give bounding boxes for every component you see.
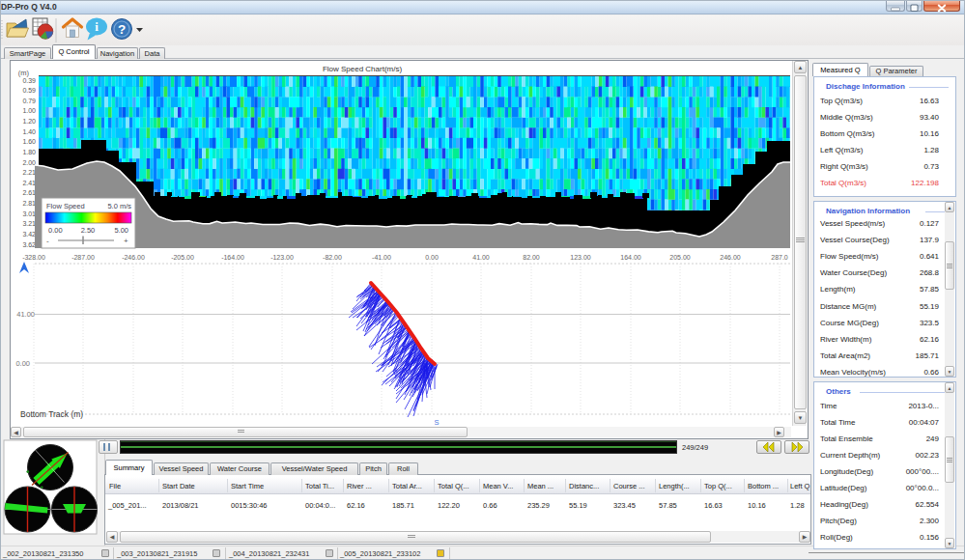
svg-text:164.00: 164.00 (620, 254, 641, 261)
svg-text:i: i (95, 19, 99, 34)
svg-text:1.40: 1.40 (22, 128, 36, 135)
svg-text:-41.00: -41.00 (372, 254, 391, 261)
svg-text:+: + (124, 237, 128, 245)
svg-text:?: ? (118, 22, 126, 37)
svg-text:0.00: 0.00 (425, 254, 439, 261)
svg-text:-: - (46, 237, 49, 245)
svg-text:1.60: 1.60 (22, 138, 36, 145)
svg-text:-164.00: -164.00 (221, 254, 244, 261)
svg-text:Flow Speed: Flow Speed (46, 202, 85, 210)
svg-text:0.59: 0.59 (22, 87, 36, 94)
svg-text:82.00: 82.00 (523, 254, 540, 261)
svg-text:41.00: 41.00 (16, 310, 35, 319)
svg-text:0.79: 0.79 (22, 98, 36, 104)
svg-text:3.21: 3.21 (22, 220, 36, 227)
svg-text:2.81: 2.81 (22, 200, 36, 207)
svg-text:2.50: 2.50 (81, 226, 96, 235)
svg-text:3.42: 3.42 (22, 231, 36, 238)
svg-text:Flow Speed Chart(m/s): Flow Speed Chart(m/s) (323, 65, 403, 73)
svg-text:-287.00: -287.00 (71, 254, 95, 261)
svg-text:5.00: 5.00 (114, 226, 128, 235)
svg-text:2.00: 2.00 (22, 159, 36, 166)
svg-text:3.62: 3.62 (22, 241, 36, 248)
svg-text:-328.00: -328.00 (22, 254, 45, 261)
svg-text:-123.00: -123.00 (270, 254, 294, 261)
svg-text:5.0 m/s: 5.0 m/s (107, 202, 131, 210)
svg-text:2.41: 2.41 (22, 180, 36, 186)
svg-text:123.00: 123.00 (570, 254, 591, 261)
svg-text:41.00: 41.00 (472, 254, 490, 261)
svg-text:3.01: 3.01 (22, 210, 36, 217)
svg-text:-82.00: -82.00 (323, 254, 342, 261)
svg-text:S: S (434, 418, 439, 427)
svg-text:-246.00: -246.00 (122, 254, 145, 261)
svg-text:287.0: 287.0 (771, 254, 788, 261)
svg-text:2.61: 2.61 (22, 189, 36, 196)
svg-text:1.80: 1.80 (22, 149, 36, 155)
svg-text:0.39: 0.39 (22, 77, 36, 84)
svg-text:246.00: 246.00 (720, 254, 741, 261)
svg-text:Bottom Track (m): Bottom Track (m) (20, 409, 83, 419)
svg-text:0.00: 0.00 (15, 359, 30, 368)
svg-text:2.21: 2.21 (22, 169, 36, 176)
svg-text:-205.00: -205.00 (171, 254, 194, 261)
svg-text:1.00: 1.00 (22, 107, 36, 114)
svg-text:1.20: 1.20 (22, 118, 36, 125)
svg-text:0.00: 0.00 (48, 226, 63, 235)
svg-text:205.00: 205.00 (669, 254, 691, 261)
